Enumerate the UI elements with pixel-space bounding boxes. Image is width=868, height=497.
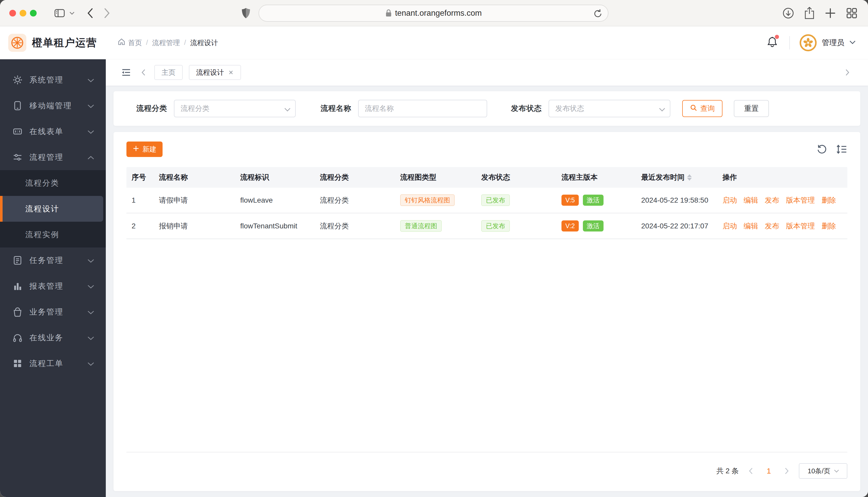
- traffic-lights: [9, 10, 37, 16]
- version-tag: V:5: [562, 195, 579, 206]
- toolbar-right-icons: [816, 144, 848, 155]
- user-name[interactable]: 管理员: [822, 38, 844, 48]
- search-button[interactable]: 查询: [682, 100, 722, 117]
- sidebar-item-process-workorder[interactable]: 流程工单: [0, 351, 106, 377]
- header-right: 管理员: [767, 34, 856, 51]
- app-body: 系统管理 移动端管理 在线表单 流: [0, 59, 868, 497]
- action-edit-link[interactable]: 编辑: [744, 195, 758, 205]
- filter-status-select[interactable]: 发布状态: [549, 100, 670, 117]
- app-title: 橙单租户运营: [32, 36, 97, 50]
- sidebar: 系统管理 移动端管理 在线表单 流: [0, 59, 106, 497]
- back-button-icon[interactable]: [87, 8, 93, 18]
- sidebar-item-system[interactable]: 系统管理: [0, 67, 106, 93]
- pagination: 共 2 条 1 10条/页: [126, 463, 848, 479]
- pagination-next-icon[interactable]: [784, 467, 789, 474]
- zoom-window-button[interactable]: [30, 10, 37, 16]
- tab-home[interactable]: 主页: [154, 65, 183, 80]
- sidebar-item-task-mgmt[interactable]: 任务管理: [0, 247, 106, 273]
- filter-name-label: 流程名称: [320, 103, 352, 114]
- form-icon: [12, 126, 23, 137]
- col-header-diagram-type: 流程图类型: [395, 172, 476, 182]
- close-window-button[interactable]: [9, 10, 16, 16]
- action-delete-link[interactable]: 删除: [822, 195, 836, 205]
- action-delete-link[interactable]: 删除: [822, 221, 836, 231]
- create-button[interactable]: 新建: [126, 142, 163, 157]
- safari-sidebar-icon[interactable]: [54, 8, 66, 18]
- col-header-name: 流程名称: [154, 172, 235, 182]
- avatar[interactable]: [800, 34, 817, 51]
- notification-badge: [775, 35, 779, 39]
- pagination-current-page[interactable]: 1: [763, 467, 775, 475]
- row-actions: 启动 编辑 发布 版本管理 删除: [717, 195, 848, 205]
- tabs-scroll-right-icon[interactable]: [845, 69, 850, 76]
- breadcrumb-level2[interactable]: 流程管理: [152, 38, 180, 47]
- col-header-index: 序号: [126, 172, 154, 182]
- tab-overview-icon[interactable]: [846, 7, 858, 19]
- notification-bell-icon[interactable]: [767, 36, 778, 49]
- filter-panel: 流程分类 流程分类 流程名称 发布状态 发布状态: [113, 91, 860, 126]
- filter-category-label: 流程分类: [136, 103, 167, 114]
- content-area: 主页 流程设计 流程分类 流程分类 流程名称: [106, 59, 868, 497]
- col-header-publish-status: 发布状态: [476, 172, 556, 182]
- sidebar-item-mobile[interactable]: 移动端管理: [0, 93, 106, 118]
- page-size-select[interactable]: 10条/页: [799, 463, 848, 479]
- cell-published-at: 2024-05-22 19:58:50: [636, 196, 717, 204]
- chevron-up-icon: [87, 153, 94, 162]
- reload-icon[interactable]: [593, 9, 602, 18]
- collapse-tabs-icon[interactable]: [121, 67, 132, 77]
- sidebar-item-online-business[interactable]: 在线业务: [0, 325, 106, 351]
- share-icon[interactable]: [804, 7, 815, 19]
- publish-status-tag: 已发布: [481, 220, 510, 232]
- action-publish-link[interactable]: 发布: [765, 221, 779, 231]
- chevron-down-icon: [87, 359, 94, 368]
- privacy-shield-icon[interactable]: [241, 8, 250, 19]
- headset-icon: [12, 332, 23, 343]
- address-bar[interactable]: tenant.orangeforms.com: [259, 5, 608, 22]
- bag-icon: [12, 307, 23, 317]
- reset-button[interactable]: 重置: [734, 100, 769, 117]
- plus-icon: [133, 145, 139, 154]
- tabs-scroll-left-icon[interactable]: [141, 69, 146, 76]
- table-toolbar: 新建: [126, 142, 848, 157]
- action-edit-link[interactable]: 编辑: [744, 221, 758, 231]
- action-start-link[interactable]: 启动: [722, 221, 737, 231]
- grid-icon: [12, 358, 23, 369]
- breadcrumb-separator: /: [184, 39, 186, 47]
- action-version-mgmt-link[interactable]: 版本管理: [786, 195, 815, 205]
- sidebar-item-process-design[interactable]: 流程设计: [0, 196, 103, 222]
- close-tab-icon[interactable]: [228, 70, 234, 75]
- filter-name-input[interactable]: [358, 100, 487, 117]
- search-icon: [690, 104, 697, 113]
- tab-process-design[interactable]: 流程设计: [189, 65, 241, 80]
- sidebar-item-business-mgmt[interactable]: 业务管理: [0, 299, 106, 325]
- filter-category-select[interactable]: 流程分类: [174, 100, 296, 117]
- sidebar-item-report-mgmt[interactable]: 报表管理: [0, 273, 106, 299]
- action-publish-link[interactable]: 发布: [765, 195, 779, 205]
- mobile-icon: [12, 101, 23, 111]
- minimize-window-button[interactable]: [19, 10, 26, 16]
- refresh-icon[interactable]: [816, 144, 827, 155]
- forward-button-icon[interactable]: [104, 8, 110, 18]
- table-empty-area: [126, 239, 848, 452]
- sidebar-item-online-form[interactable]: 在线表单: [0, 118, 106, 144]
- main-panel: 新建 序号 流程名称: [113, 132, 860, 491]
- cell-category: 流程分类: [315, 195, 395, 205]
- sidebar-item-process-category[interactable]: 流程分类: [0, 170, 106, 196]
- new-tab-icon[interactable]: [825, 8, 836, 19]
- action-start-link[interactable]: 启动: [722, 195, 737, 205]
- sidebar-chevron-icon[interactable]: [69, 11, 75, 15]
- downloads-icon[interactable]: [782, 7, 794, 19]
- version-tag: V:2: [562, 221, 579, 231]
- pagination-prev-icon[interactable]: [748, 467, 753, 474]
- browser-window: tenant.orangeforms.com 橙单租户运营: [0, 0, 868, 497]
- publish-status-tag: 已发布: [481, 194, 510, 206]
- sidebar-item-process-mgmt[interactable]: 流程管理: [0, 144, 106, 170]
- row-density-icon[interactable]: [836, 144, 848, 155]
- col-header-published-at[interactable]: 最近发布时间: [636, 172, 717, 182]
- sort-carets-icon[interactable]: [687, 174, 692, 181]
- action-version-mgmt-link[interactable]: 版本管理: [786, 221, 815, 231]
- sidebar-item-process-instance[interactable]: 流程实例: [0, 222, 106, 247]
- url-text: tenant.orangeforms.com: [395, 9, 482, 18]
- user-menu-chevron-icon[interactable]: [849, 40, 856, 46]
- breadcrumb-home[interactable]: 首页: [118, 38, 142, 47]
